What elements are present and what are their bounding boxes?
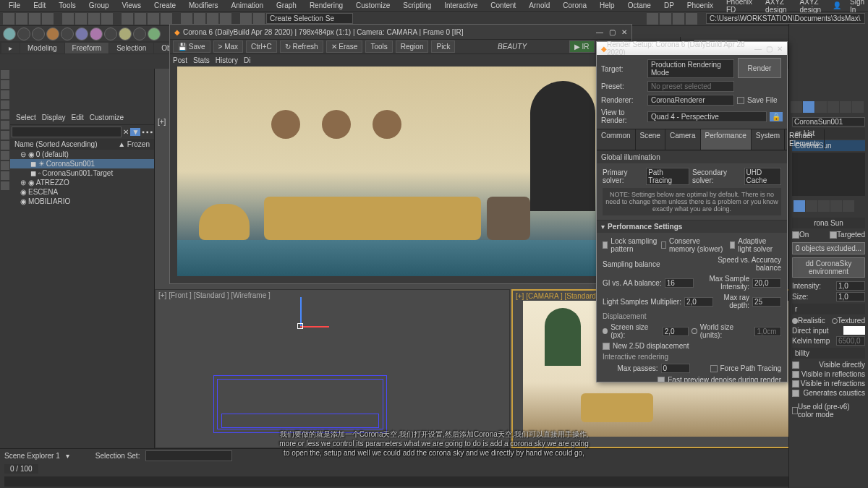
forcept-checkbox[interactable] bbox=[710, 365, 718, 372]
render-icon[interactable] bbox=[686, 13, 697, 25]
maxpass-spinner[interactable]: 0 bbox=[661, 364, 690, 373]
side-tool-icon[interactable] bbox=[1, 121, 9, 129]
filter-icon[interactable]: ▼ bbox=[130, 128, 140, 136]
intensity-spinner[interactable] bbox=[836, 281, 865, 291]
scale-icon[interactable] bbox=[148, 13, 159, 25]
visible-refractions-checkbox[interactable] bbox=[792, 380, 799, 388]
vfb-ctrlc-button[interactable]: Ctrl+C bbox=[246, 40, 277, 53]
side-tool-icon[interactable] bbox=[1, 161, 9, 170]
angle-snap-icon[interactable] bbox=[194, 13, 205, 25]
motion-tab-icon[interactable] bbox=[827, 101, 839, 113]
menu-help[interactable]: Help bbox=[594, 1, 621, 10]
side-tool-icon[interactable] bbox=[1, 181, 9, 190]
side-tool-icon[interactable] bbox=[1, 70, 9, 79]
menu-graph[interactable]: Graph bbox=[271, 1, 302, 10]
menu-arnold[interactable]: Arnold bbox=[523, 1, 556, 10]
viewport-label-front[interactable]: [+] [Front ] [Standard ] [Wireframe ] bbox=[158, 291, 271, 299]
path-field[interactable] bbox=[706, 13, 865, 24]
vfb-channel-dropdown[interactable]: BEAUTY bbox=[458, 43, 566, 51]
kelvin-spinner[interactable] bbox=[836, 336, 865, 346]
tab-freeform[interactable]: Freeform bbox=[65, 43, 109, 53]
tool-icon[interactable] bbox=[17, 27, 30, 40]
tool-icon[interactable] bbox=[104, 27, 117, 40]
vfb-tools-button[interactable]: Tools bbox=[365, 40, 392, 53]
tree-row[interactable]: ◼ ◦ CoronaSun001.Target bbox=[10, 168, 154, 178]
menu-views[interactable]: Views bbox=[116, 1, 148, 10]
material-editor-icon[interactable] bbox=[673, 13, 684, 25]
create-tab-icon[interactable] bbox=[791, 101, 802, 113]
vfb-tab-post[interactable]: Post bbox=[173, 56, 187, 64]
view-dropdown[interactable]: Quad 4 - Perspective bbox=[647, 111, 767, 122]
snap-icon[interactable] bbox=[181, 13, 192, 25]
select-name-icon[interactable] bbox=[75, 13, 87, 25]
vfb-refresh-button[interactable]: ↻ Refresh bbox=[280, 40, 323, 53]
side-tool-icon[interactable] bbox=[1, 131, 9, 140]
render-frame-icon[interactable] bbox=[660, 13, 671, 25]
spinner-snap-icon[interactable] bbox=[220, 13, 231, 25]
selset-icon[interactable] bbox=[253, 13, 265, 25]
tool-icon[interactable] bbox=[75, 27, 88, 40]
menu-create[interactable]: Create bbox=[148, 1, 182, 10]
tree-row[interactable]: ⊖ ◉ 0 (default) bbox=[10, 150, 154, 159]
pin-stack-icon[interactable] bbox=[793, 200, 805, 212]
menu-axyz1[interactable]: AXYZ design bbox=[760, 0, 792, 14]
screensize-radio[interactable] bbox=[603, 328, 608, 334]
generates-caustics-checkbox[interactable] bbox=[792, 390, 799, 397]
redo-icon[interactable] bbox=[16, 13, 27, 25]
rotate-icon[interactable] bbox=[135, 13, 146, 25]
tree-row[interactable]: ◼ ☀ CoronaSun001 bbox=[10, 159, 154, 168]
unlink-icon[interactable] bbox=[42, 13, 54, 25]
se-menu-customize[interactable]: Customize bbox=[90, 114, 124, 121]
close-icon[interactable]: ✕ bbox=[621, 28, 627, 36]
sign-in-button[interactable]: 👤 Sign In ▸ bbox=[828, 0, 868, 14]
menu-phoenix[interactable]: Phoenix bbox=[681, 1, 719, 10]
ribbon-arrow-icon[interactable]: ▸ bbox=[1, 43, 20, 53]
performance-rollout-header[interactable]: ▾ Performance Settings bbox=[597, 221, 787, 233]
render-button[interactable]: Render bbox=[738, 58, 781, 78]
object-name-field[interactable] bbox=[792, 117, 865, 127]
tool-icon[interactable] bbox=[61, 27, 74, 40]
menu-axyz2[interactable]: AXYZ design bbox=[794, 0, 827, 14]
visible-directly-checkbox[interactable] bbox=[792, 361, 799, 369]
selection-set-dropdown[interactable] bbox=[266, 13, 353, 24]
adaptive-light-checkbox[interactable] bbox=[730, 241, 735, 249]
preset-dropdown[interactable]: No preset selected bbox=[647, 81, 734, 92]
add-sky-button[interactable]: dd CoronaSky environment bbox=[792, 257, 865, 278]
lock-sampling-checkbox[interactable] bbox=[603, 241, 608, 249]
select-icon[interactable] bbox=[62, 13, 74, 25]
vfb-save-button[interactable]: 💾 Save bbox=[173, 40, 210, 53]
placement-icon[interactable] bbox=[161, 13, 172, 25]
side-tool-icon[interactable] bbox=[1, 90, 9, 99]
remove-modifier-icon[interactable] bbox=[830, 200, 842, 212]
conserve-memory-checkbox[interactable] bbox=[661, 241, 666, 249]
textured-radio[interactable] bbox=[832, 318, 838, 324]
realistic-radio[interactable] bbox=[792, 318, 798, 324]
menu-edit[interactable]: Edit bbox=[27, 1, 51, 10]
se-search-input[interactable] bbox=[12, 127, 122, 137]
tool-icon[interactable] bbox=[133, 27, 146, 40]
time-slider-frame[interactable]: 0 / 100 bbox=[4, 464, 38, 474]
keyboard-shortcut-icon[interactable] bbox=[240, 13, 252, 25]
se-menu-select[interactable]: Select bbox=[16, 114, 36, 121]
dropdown-icon[interactable]: ▾ bbox=[66, 452, 69, 460]
tree-row[interactable]: ◉ MOBILIARIO bbox=[10, 197, 154, 206]
render-setup-icon[interactable] bbox=[647, 13, 658, 25]
vfb-tab-stats[interactable]: Stats bbox=[193, 56, 210, 64]
timeline-slider[interactable] bbox=[4, 476, 864, 487]
menu-animation[interactable]: Animation bbox=[226, 1, 269, 10]
visible-reflections-checkbox[interactable] bbox=[792, 371, 799, 378]
gi-rollout-header[interactable]: Global illumination bbox=[597, 151, 787, 163]
maxsample-spinner[interactable]: 20,0 bbox=[752, 278, 781, 288]
lock-view-icon[interactable]: 🔒 bbox=[770, 112, 783, 121]
tab-system[interactable]: System bbox=[752, 129, 785, 150]
toggle-icon[interactable]: ▪ bbox=[146, 128, 149, 136]
hierarchy-tab-icon[interactable] bbox=[815, 101, 827, 113]
menu-scripting[interactable]: Scripting bbox=[397, 1, 437, 10]
side-tool-icon[interactable] bbox=[1, 80, 9, 89]
undo-icon[interactable] bbox=[3, 13, 14, 25]
minimize-icon[interactable]: — bbox=[596, 28, 603, 36]
rect-select-icon[interactable] bbox=[88, 13, 100, 25]
window-crossing-icon[interactable] bbox=[101, 13, 113, 25]
worldsize-spinner[interactable]: 1,0cm bbox=[754, 327, 781, 336]
tab-performance[interactable]: Performance bbox=[701, 129, 752, 150]
